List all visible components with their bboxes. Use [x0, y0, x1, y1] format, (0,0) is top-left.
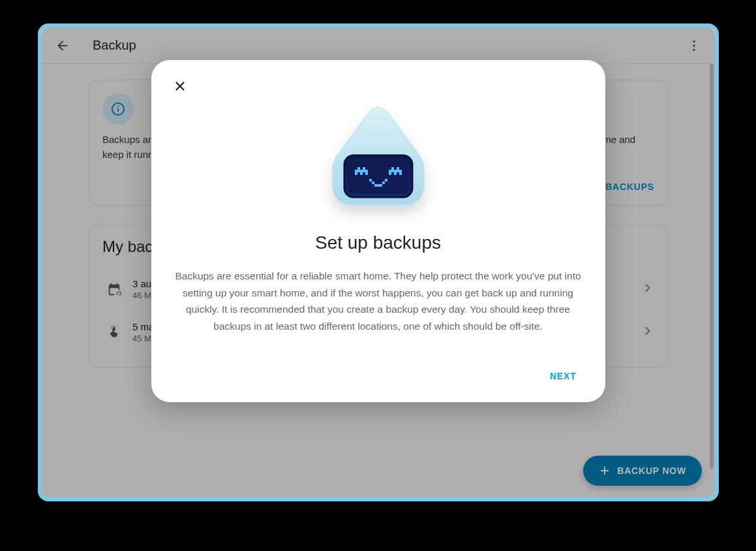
svg-rect-29: [397, 170, 399, 172]
svg-rect-17: [357, 170, 360, 172]
close-button[interactable]: [167, 73, 193, 99]
svg-rect-30: [399, 170, 402, 172]
svg-rect-32: [394, 172, 397, 175]
svg-rect-28: [394, 170, 397, 172]
svg-rect-16: [355, 170, 357, 172]
svg-rect-35: [372, 181, 374, 184]
svg-rect-21: [355, 172, 357, 175]
dialog-body-text: Backups are essential for a reliable sma…: [172, 268, 584, 334]
svg-rect-34: [369, 179, 372, 181]
svg-rect-38: [380, 184, 382, 187]
svg-rect-26: [389, 170, 391, 172]
svg-rect-25: [397, 167, 399, 170]
next-button[interactable]: NEXT: [542, 366, 584, 386]
svg-rect-37: [377, 184, 380, 187]
house-robot-icon: [326, 102, 431, 213]
svg-rect-18: [360, 170, 363, 172]
svg-rect-20: [365, 170, 368, 172]
svg-rect-33: [399, 172, 402, 175]
svg-rect-14: [357, 167, 360, 170]
svg-rect-22: [360, 172, 363, 175]
svg-rect-23: [365, 172, 368, 175]
svg-rect-24: [391, 167, 394, 170]
dialog-illustration: [172, 102, 584, 213]
svg-rect-40: [385, 179, 387, 181]
svg-rect-39: [382, 181, 385, 184]
setup-backups-dialog: Set up backups Backups are essential for…: [151, 60, 605, 402]
dialog-title: Set up backups: [172, 232, 584, 253]
svg-rect-15: [363, 167, 365, 170]
svg-rect-36: [374, 184, 377, 187]
svg-rect-13: [348, 159, 409, 194]
svg-rect-31: [389, 172, 391, 175]
svg-rect-19: [363, 170, 365, 172]
close-icon: [173, 79, 187, 93]
svg-rect-27: [391, 170, 394, 172]
